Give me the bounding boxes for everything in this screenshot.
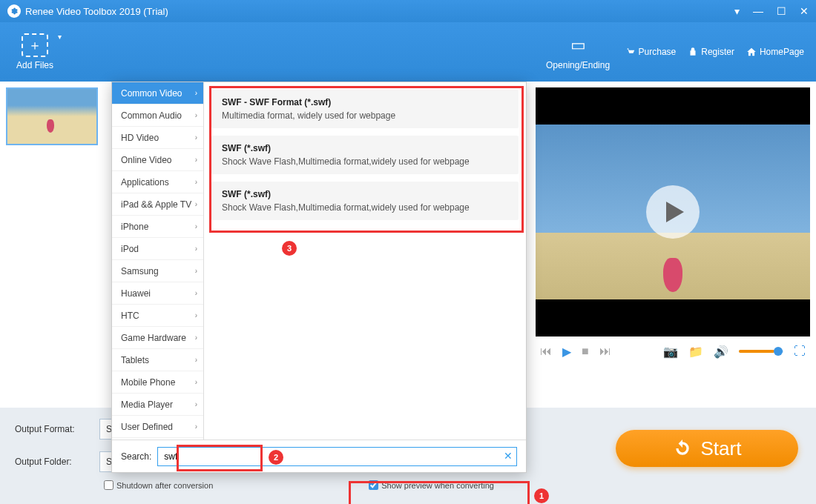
annotation-badge-3: 3 bbox=[282, 241, 297, 256]
annotation-badge-1: 1 bbox=[534, 488, 549, 503]
output-format-label: Output Format: bbox=[15, 424, 89, 434]
prev-icon[interactable]: ⏮ bbox=[540, 345, 552, 358]
category-item[interactable]: Applications› bbox=[112, 171, 203, 193]
category-item[interactable]: Huawei› bbox=[112, 282, 203, 305]
purchase-link[interactable]: Purchase bbox=[621, 44, 681, 60]
category-item[interactable]: iPod› bbox=[112, 238, 203, 260]
category-item[interactable]: Common Audio› bbox=[112, 105, 203, 127]
play-button-icon[interactable] bbox=[646, 185, 700, 239]
show-preview-checkbox[interactable]: Show preview when converting bbox=[369, 480, 494, 490]
window-buttons: ▾ — ☐ ✕ bbox=[734, 5, 809, 17]
window-title: Renee Video Toolbox 2019 (Trial) bbox=[25, 6, 168, 17]
next-icon[interactable]: ⏭ bbox=[599, 345, 611, 358]
volume-slider[interactable] bbox=[739, 350, 783, 353]
refresh-icon bbox=[673, 439, 692, 458]
format-result[interactable]: SWF - SWF Format (*.swf)Multimedia forma… bbox=[211, 90, 519, 128]
category-item[interactable]: User Defined› bbox=[112, 416, 203, 438]
format-result[interactable]: SWF (*.swf)Shock Wave Flash,Multimedia f… bbox=[211, 136, 519, 174]
category-item[interactable]: iPhone› bbox=[112, 216, 203, 238]
search-input[interactable] bbox=[157, 447, 517, 466]
main-area: Clear R Common Video›Common Audio›HD Vid… bbox=[0, 82, 816, 504]
annotation-badge-2: 2 bbox=[269, 450, 283, 465]
homepage-link[interactable]: HomePage bbox=[742, 44, 809, 60]
search-row: Search: ✕ bbox=[112, 440, 526, 472]
fullscreen-icon[interactable]: ⛶ bbox=[794, 345, 806, 358]
chevron-down-icon: ▾ bbox=[58, 33, 62, 41]
homepage-label: HomePage bbox=[760, 47, 804, 57]
open-folder-icon[interactable]: 📁 bbox=[688, 345, 703, 359]
clear-search-icon[interactable]: ✕ bbox=[504, 450, 513, 462]
preview-video[interactable] bbox=[536, 87, 810, 336]
results-list: SWF - SWF Format (*.swf)Multimedia forma… bbox=[204, 82, 526, 440]
register-link[interactable]: Register bbox=[683, 44, 739, 60]
opening-ending-button[interactable]: ▭ Opening/Ending bbox=[537, 30, 619, 73]
show-preview-label: Show preview when converting bbox=[381, 481, 494, 490]
add-files-button[interactable]: ＋ Add Files ▾ bbox=[7, 30, 62, 73]
category-item[interactable]: Media Player› bbox=[112, 394, 203, 416]
preview-panel: ⏮ ▶ ■ ⏭ 📷 📁 🔊 ⛶ bbox=[536, 87, 810, 366]
opening-ending-label: Opening/Ending bbox=[546, 60, 610, 70]
category-item[interactable]: Samsung› bbox=[112, 260, 203, 282]
category-item[interactable]: Tablets› bbox=[112, 349, 203, 371]
close-icon[interactable]: ✕ bbox=[800, 5, 809, 17]
play-icon[interactable]: ▶ bbox=[562, 345, 571, 359]
app-logo-icon: ✽ bbox=[7, 4, 21, 18]
video-thumbnail[interactable] bbox=[6, 87, 98, 145]
add-files-label: Add Files bbox=[16, 60, 53, 70]
start-button[interactable]: Start bbox=[616, 430, 798, 467]
search-label: Search: bbox=[121, 451, 151, 462]
shutdown-label: Shutdown after conversion bbox=[116, 481, 213, 490]
lock-icon bbox=[688, 47, 698, 57]
minimize-icon[interactable]: — bbox=[753, 5, 763, 17]
dropdown-icon[interactable]: ▾ bbox=[734, 5, 740, 17]
add-files-icon: ＋ bbox=[22, 33, 48, 57]
transport-bar: ⏮ ▶ ■ ⏭ 📷 📁 🔊 ⛶ bbox=[536, 336, 810, 366]
format-picker-panel: Common Video›Common Audio›HD Video›Onlin… bbox=[111, 82, 527, 473]
toolbar: ＋ Add Files ▾ ▭ Opening/Ending Purchase … bbox=[0, 22, 816, 82]
titlebar: ✽ Renee Video Toolbox 2019 (Trial) ▾ — ☐… bbox=[0, 0, 816, 22]
output-folder-label: Output Folder: bbox=[15, 457, 89, 467]
category-list[interactable]: Common Video›Common Audio›HD Video›Onlin… bbox=[112, 82, 204, 440]
register-label: Register bbox=[701, 47, 734, 57]
category-item[interactable]: Game Hardware› bbox=[112, 327, 203, 349]
start-label: Start bbox=[701, 437, 742, 460]
thumbnail-column bbox=[6, 87, 102, 145]
category-item[interactable]: iPad && Apple TV› bbox=[112, 193, 203, 216]
category-item[interactable]: Online Video› bbox=[112, 149, 203, 171]
shutdown-checkbox[interactable]: Shutdown after conversion bbox=[104, 480, 213, 490]
home-icon bbox=[746, 47, 757, 57]
cart-icon bbox=[625, 47, 636, 57]
category-item[interactable]: Mobile Phone› bbox=[112, 371, 203, 394]
category-item[interactable]: HD Video› bbox=[112, 127, 203, 149]
maximize-icon[interactable]: ☐ bbox=[777, 5, 786, 17]
opening-ending-icon: ▭ bbox=[565, 33, 591, 57]
category-item[interactable]: HTC› bbox=[112, 305, 203, 327]
stop-icon[interactable]: ■ bbox=[582, 345, 589, 358]
volume-icon[interactable]: 🔊 bbox=[714, 345, 728, 359]
purchase-label: Purchase bbox=[639, 47, 677, 57]
toolbar-right: Purchase Register HomePage bbox=[621, 44, 809, 60]
category-item[interactable]: Common Video› bbox=[112, 82, 203, 105]
format-result[interactable]: SWF (*.swf)Shock Wave Flash,Multimedia f… bbox=[211, 182, 519, 220]
snapshot-icon[interactable]: 📷 bbox=[663, 345, 678, 359]
